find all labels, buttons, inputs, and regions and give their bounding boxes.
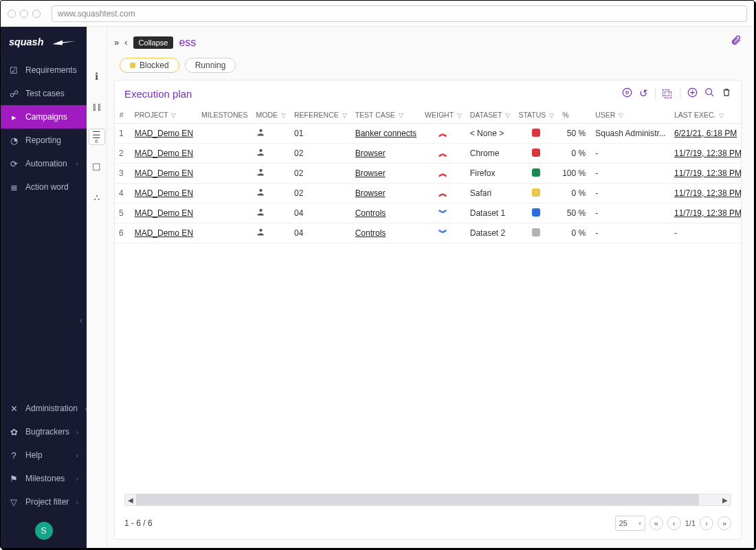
column-header[interactable]: MILESTONES — [197, 107, 252, 124]
testcase-link[interactable]: Controls — [355, 228, 386, 238]
rail-list-button[interactable]: ☰6 — [89, 129, 105, 145]
rail-chart-button[interactable]: ⫿⫿ — [89, 98, 105, 115]
table-row[interactable]: 4MAD_Demo EN02Browser︽Safari0 %-11/7/19,… — [115, 184, 741, 204]
copy-icon[interactable]: ⿻ — [663, 88, 673, 100]
filter-icon[interactable]: ▽ — [505, 112, 510, 119]
svg-point-25 — [259, 209, 262, 212]
page-prev-button[interactable]: ‹ — [667, 516, 681, 530]
avatar[interactable]: S — [35, 522, 53, 540]
column-header[interactable]: USER ▽ — [591, 107, 670, 124]
table-row[interactable]: 5MAD_Demo EN04Controls︾Dataset 150 %-11/… — [115, 204, 741, 223]
panel-title: Execution plan — [124, 88, 192, 100]
status-pill-blocked[interactable]: Blocked — [120, 58, 179, 73]
box-icon: ☐ — [92, 162, 101, 172]
filter-icon[interactable]: ▽ — [281, 112, 286, 119]
last-exec-link[interactable]: 11/7/19, 12:38 PM — [674, 148, 741, 158]
filter-icon[interactable]: ▽ — [619, 112, 623, 119]
add-icon[interactable] — [687, 87, 698, 100]
testcase-link[interactable]: Browser — [355, 148, 386, 158]
status-pill-running[interactable]: Running — [185, 58, 236, 73]
window-min-dot[interactable] — [20, 10, 28, 18]
testcase-link[interactable]: Controls — [355, 208, 386, 218]
testcase-link[interactable]: Browser — [355, 188, 386, 198]
project-link[interactable]: MAD_Demo EN — [135, 228, 193, 238]
collapse-chevron-icon[interactable]: ‹ — [124, 37, 127, 47]
column-header[interactable]: STATUS ▽ — [514, 107, 558, 124]
sidebar-item-reporting[interactable]: ◔Reporting — [1, 129, 87, 152]
testcase-link[interactable]: Banker connects — [355, 129, 416, 138]
page-next-button[interactable]: › — [700, 516, 713, 530]
column-header[interactable]: MODE ▽ — [252, 107, 290, 124]
nav-icon: ▸ — [9, 112, 19, 122]
scroll-right-icon[interactable]: ▶ — [720, 496, 731, 504]
sidebar-item-requirements[interactable]: ☑Requirements — [1, 58, 87, 82]
collapse-toggle-icon[interactable]: » — [114, 37, 119, 47]
sidebar-item-label: Bugtrackers — [25, 427, 69, 437]
svg-point-9 — [259, 129, 262, 132]
scroll-left-icon[interactable]: ◀ — [125, 496, 136, 504]
rail-info-button[interactable]: ℹ — [89, 68, 105, 85]
history-icon[interactable]: ↺ — [639, 87, 648, 100]
filter-icon[interactable]: ▽ — [399, 112, 403, 119]
filter-icon[interactable]: ▽ — [342, 112, 347, 119]
window-max-dot[interactable] — [32, 10, 41, 18]
last-exec-link[interactable]: 11/7/19, 12:38 PM — [674, 168, 741, 178]
page-size-select[interactable]: 25▾ — [615, 516, 645, 531]
delete-icon[interactable] — [722, 87, 731, 100]
column-header[interactable]: TEST CASE ▽ — [351, 107, 421, 124]
column-header[interactable]: WEIGHT ▽ — [421, 107, 466, 124]
table-row[interactable]: 3MAD_Demo EN02Browser︽Firefox100 %-11/7/… — [115, 164, 741, 184]
status-badge — [532, 208, 540, 217]
column-header[interactable]: DATASET ▽ — [466, 107, 515, 124]
column-header[interactable]: # — [115, 107, 131, 124]
sidebar-collapse-chevron-icon[interactable]: ‹ — [80, 316, 82, 325]
filter-icon[interactable]: ▽ — [719, 112, 724, 119]
table-row[interactable]: 6MAD_Demo EN04Controls︾Dataset 20 %-- — [115, 223, 741, 243]
testcase-link[interactable]: Browser — [355, 168, 386, 178]
column-header[interactable]: % — [558, 107, 591, 124]
column-header[interactable]: LAST EXEC. ▽ — [670, 107, 741, 124]
project-link[interactable]: MAD_Demo EN — [135, 208, 193, 218]
last-exec-link[interactable]: 6/21/21, 6:18 PM — [674, 129, 737, 138]
table-row[interactable]: 1MAD_Demo EN01Banker connects︽< None >50… — [115, 124, 741, 144]
sidebar-item-milestones[interactable]: ⚑Milestones› — [1, 467, 87, 490]
pause-icon[interactable] — [622, 87, 632, 100]
sidebar-item-automation[interactable]: ⟳Automation› — [1, 152, 87, 175]
url-bar[interactable]: www.squashtest.com — [52, 6, 747, 22]
user-cell: - — [591, 204, 670, 223]
rail-bug-button[interactable]: ⛬ — [89, 189, 105, 206]
last-exec-link[interactable]: 11/7/19, 12:38 PM — [674, 188, 741, 198]
project-link[interactable]: MAD_Demo EN — [135, 148, 193, 158]
sidebar-item-administration[interactable]: ✕Administration› — [1, 397, 87, 420]
page-first-button[interactable]: « — [649, 516, 663, 530]
table-row[interactable]: 2MAD_Demo EN02Browser︽Chrome0 %-11/7/19,… — [115, 144, 741, 164]
project-link[interactable]: MAD_Demo EN — [135, 188, 193, 198]
sidebar-item-project-filter[interactable]: ▽Project filter› — [1, 490, 87, 514]
sidebar-item-action-word[interactable]: ≣Action word — [1, 175, 87, 199]
sidebar-item-label: Action word — [25, 182, 69, 192]
page-last-button[interactable]: » — [718, 516, 731, 530]
filter-icon[interactable]: ▽ — [457, 112, 462, 119]
filter-icon[interactable]: ▽ — [171, 112, 176, 119]
column-label: # — [120, 111, 124, 119]
percent-cell: 100 % — [558, 164, 591, 184]
row-index: 3 — [115, 164, 131, 184]
milestones-cell — [197, 144, 252, 164]
last-exec-link[interactable]: 11/7/19, 12:38 PM — [674, 208, 741, 218]
milestones-cell — [197, 204, 252, 223]
filter-icon[interactable]: ▽ — [549, 112, 554, 119]
column-header[interactable]: PROJECT ▽ — [131, 107, 197, 124]
search-icon[interactable] — [704, 87, 715, 100]
sidebar-item-test-cases[interactable]: ☍Test cases — [1, 82, 87, 105]
column-header[interactable]: REFERENCE ▽ — [290, 107, 351, 124]
reference-cell: 02 — [290, 184, 351, 204]
rail-box-button[interactable]: ☐ — [89, 159, 105, 175]
sidebar-item-campaigns[interactable]: ▸Campaigns — [1, 105, 87, 129]
attachment-icon[interactable] — [731, 34, 742, 51]
sidebar-item-bugtrackers[interactable]: ✿Bugtrackers› — [1, 420, 87, 443]
window-close-dot[interactable] — [8, 10, 16, 18]
horizontal-scrollbar[interactable]: ◀ ▶ — [124, 494, 731, 506]
project-link[interactable]: MAD_Demo EN — [135, 129, 193, 138]
project-link[interactable]: MAD_Demo EN — [135, 168, 193, 178]
sidebar-item-help[interactable]: ?Help› — [1, 443, 87, 467]
